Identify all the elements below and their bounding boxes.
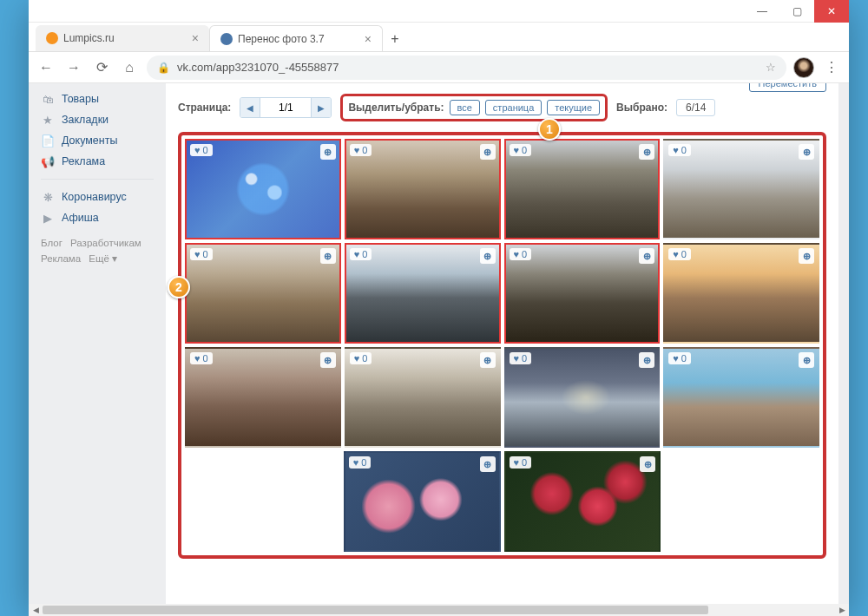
zoom-icon[interactable]: ⊕ [799, 144, 814, 160]
page-input[interactable] [260, 98, 312, 117]
like-badge[interactable]: ♥ 0 [510, 352, 532, 364]
app-main: Переместить Страница: ◀ ▶ Выделить/убрат… [166, 83, 838, 607]
browser-tabs: Lumpics.ru × Перенос фото 3.7 × + [29, 23, 849, 52]
browser-window: — ▢ ✕ Lumpics.ru × Перенос фото 3.7 × + … [29, 0, 849, 607]
select-label: Выделить/убрать: [348, 102, 444, 114]
zoom-icon[interactable]: ⊕ [480, 352, 496, 368]
like-badge[interactable]: ♥ 0 [510, 248, 532, 260]
url-text: vk.com/app3231070_-45558877 [177, 61, 339, 74]
like-badge[interactable]: ♥ 0 [510, 144, 532, 156]
footer-link-blog[interactable]: Блог [41, 238, 62, 248]
sidebar-item-goods[interactable]: 🛍Товары [29, 88, 166, 109]
like-badge[interactable]: ♥ 0 [510, 456, 532, 469]
zoom-icon[interactable]: ⊕ [480, 144, 496, 160]
page-next-button[interactable]: ▶ [312, 98, 331, 117]
select-current-button[interactable]: текущие [547, 100, 600, 115]
photo-thumbnail[interactable]: ♥ 0⊕ [504, 347, 661, 448]
sidebar-item-ads[interactable]: 📢Реклама [29, 151, 166, 172]
like-badge[interactable]: ♥ 0 [668, 144, 691, 156]
footer-link-more[interactable]: Ещё ▾ [89, 253, 117, 264]
callout-badge-1: 1 [538, 118, 561, 141]
tab-close-icon[interactable]: × [187, 31, 199, 45]
photo-thumbnail[interactable]: ♥ 0⊕ [663, 139, 819, 239]
window-minimize-button[interactable]: — [745, 0, 779, 23]
tab-title: Перенос фото 3.7 [238, 33, 325, 45]
zoom-icon[interactable]: ⊕ [639, 248, 654, 264]
browser-menu-button[interactable]: ⋮ [821, 59, 842, 75]
like-badge[interactable]: ♥ 0 [350, 352, 372, 364]
sidebar-item-covid[interactable]: ❋Коронавирус [29, 187, 166, 207]
page-prev-button[interactable]: ◀ [240, 98, 260, 117]
sidebar-item-label: Коронавирус [62, 191, 127, 203]
page-content: 🛍Товары ★Закладки 📄Документы 📢Реклама ❋К… [29, 83, 849, 607]
zoom-icon[interactable]: ⊕ [480, 248, 496, 264]
play-icon: ▶ [41, 211, 55, 225]
tab-photo-transfer[interactable]: Перенос фото 3.7 × [209, 25, 383, 51]
tab-favicon [220, 33, 233, 45]
sidebar-separator [41, 179, 154, 180]
photo-thumbnail[interactable]: ♥ 0⊕ [185, 139, 341, 239]
select-page-button[interactable]: страница [485, 100, 542, 115]
like-badge[interactable]: ♥ 0 [190, 352, 213, 364]
photo-thumbnail[interactable]: ♥ 0⊕ [185, 347, 341, 448]
tab-close-icon[interactable]: × [359, 32, 372, 46]
select-group-highlight: Выделить/убрать: все страница текущие [340, 94, 608, 121]
scroll-thumb[interactable] [43, 606, 708, 614]
lock-icon: 🔒 [157, 62, 170, 74]
like-badge[interactable]: ♥ 0 [190, 144, 213, 156]
photo-thumbnail[interactable]: ♥ 0⊕ [345, 347, 501, 448]
new-tab-button[interactable]: + [383, 27, 407, 51]
like-badge[interactable]: ♥ 0 [350, 144, 372, 156]
sidebar-footer: Блог Разработчикам Реклама Ещё ▾ [29, 228, 166, 274]
scroll-left-arrow[interactable]: ◀ [29, 604, 43, 616]
zoom-icon[interactable]: ⊕ [320, 248, 336, 264]
window-maximize-button[interactable]: ▢ [779, 0, 814, 23]
select-all-button[interactable]: все [450, 100, 480, 115]
profile-avatar[interactable] [793, 57, 814, 78]
footer-link-devs[interactable]: Разработчикам [70, 238, 141, 248]
zoom-icon[interactable]: ⊕ [480, 456, 496, 472]
sidebar-item-documents[interactable]: 📄Документы [29, 130, 166, 151]
scroll-track[interactable] [43, 604, 835, 616]
photo-thumbnail[interactable]: ♥ 0⊕ [185, 243, 341, 344]
sidebar-item-afisha[interactable]: ▶Афиша [29, 207, 166, 228]
nav-reload-button[interactable]: ⟳ [91, 57, 112, 78]
photo-thumbnail[interactable]: ♥ 0⊕ [345, 243, 501, 344]
nav-home-button[interactable]: ⌂ [119, 57, 140, 78]
like-badge[interactable]: ♥ 0 [668, 352, 691, 364]
nav-forward-button[interactable]: → [63, 57, 84, 78]
zoom-icon[interactable]: ⊕ [799, 248, 814, 264]
tab-lumpics[interactable]: Lumpics.ru × [36, 25, 209, 51]
tab-title: Lumpics.ru [63, 32, 115, 44]
window-close-button[interactable]: ✕ [814, 0, 849, 23]
zoom-icon[interactable]: ⊕ [799, 352, 814, 368]
nav-back-button[interactable]: ← [36, 57, 56, 78]
photo-thumbnail[interactable]: ♥ 0⊕ [504, 243, 661, 344]
like-badge[interactable]: ♥ 0 [349, 456, 372, 469]
photo-thumbnail[interactable]: ♥ 0⊕ [504, 139, 661, 239]
selected-label: Выбрано: [616, 102, 667, 114]
like-badge[interactable]: ♥ 0 [350, 248, 372, 260]
like-badge[interactable]: ♥ 0 [668, 248, 691, 260]
bookmark-star-icon[interactable]: ☆ [766, 61, 776, 74]
url-input[interactable]: 🔒 vk.com/app3231070_-45558877 ☆ [147, 56, 786, 80]
zoom-icon[interactable]: ⊕ [639, 144, 654, 160]
zoom-icon[interactable]: ⊕ [639, 352, 654, 368]
zoom-icon[interactable]: ⊕ [320, 144, 336, 160]
photo-thumbnail[interactable]: ♥ 0⊕ [504, 451, 661, 552]
move-button[interactable]: Переместить [749, 83, 826, 92]
photo-thumbnail[interactable]: ♥ 0⊕ [663, 347, 819, 448]
horizontal-scrollbar[interactable]: ◀ ▶ [29, 604, 849, 616]
photo-thumbnail[interactable]: ♥ 0⊕ [345, 139, 501, 239]
photo-thumbnail[interactable]: ♥ 0⊕ [344, 451, 501, 552]
footer-link-ads[interactable]: Реклама [41, 253, 81, 264]
zoom-icon[interactable]: ⊕ [640, 456, 655, 472]
scroll-right-arrow[interactable]: ▶ [835, 604, 849, 616]
sidebar-item-bookmarks[interactable]: ★Закладки [29, 109, 166, 130]
pager: ◀ ▶ [240, 97, 332, 118]
address-bar: ← → ⟳ ⌂ 🔒 vk.com/app3231070_-45558877 ☆ … [29, 52, 849, 83]
zoom-icon[interactable]: ⊕ [320, 352, 336, 368]
controls-bar: Страница: ◀ ▶ Выделить/убрать: все стран… [178, 90, 826, 121]
like-badge[interactable]: ♥ 0 [190, 248, 213, 260]
photo-thumbnail[interactable]: ♥ 0⊕ [663, 243, 819, 344]
